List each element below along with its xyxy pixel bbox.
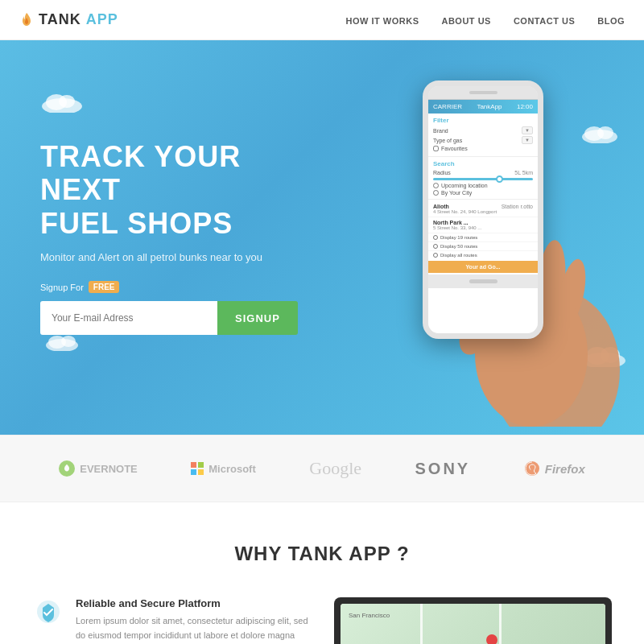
phone-filter-gas: Type of gas ▼ [433, 136, 533, 144]
logo-app: APP [86, 11, 118, 28]
phone-label-gas: Type of gas [433, 138, 462, 143]
feature-reliable-title: Reliable and Secure Platform [76, 597, 310, 609]
firefox-icon [524, 460, 540, 477]
phone-home-bar [469, 279, 497, 283]
phone-screen: CARRIER TankApp 12:00 Filter Brand ▼ Typ… [428, 100, 538, 333]
nav-about-us[interactable]: ABOUT US [441, 16, 490, 26]
signup-label: Signup For FREE [40, 281, 330, 293]
free-badge: FREE [89, 281, 120, 293]
logo[interactable]: TANKAPP [19, 11, 118, 29]
microsoft-icon [191, 462, 204, 475]
why-right: San Francisco Oakland Virginia Hayford [334, 597, 612, 644]
brand-microsoft: Microsoft [191, 462, 256, 475]
why-left: Reliable and Secure Platform Lorem ipsum… [32, 597, 310, 644]
email-input[interactable] [40, 301, 217, 335]
laptop-screen: San Francisco Oakland Virginia Hayford [341, 604, 605, 644]
microsoft-label: Microsoft [208, 463, 256, 475]
ms-cell-yellow [198, 469, 204, 475]
nav-blog[interactable]: BLOG [597, 16, 625, 26]
brand-firefox: Firefox [524, 460, 585, 477]
hero-subtitle: Monitor and Alert on all petrol bunks ne… [40, 251, 330, 263]
phone-app-name: TankApp [477, 103, 502, 110]
svg-point-2 [59, 95, 75, 108]
phone-speaker-bar [428, 86, 538, 100]
svg-point-20 [525, 461, 539, 476]
nav-links: HOW IT WORKS ABOUT US CONTACT US BLOG [346, 13, 625, 27]
phone-radius-value: 5L 5km [514, 170, 533, 175]
phone-city-label: By Your City [441, 190, 472, 196]
phone-location-radio[interactable] [433, 183, 439, 188]
phone-app-header: CARRIER TankApp 12:00 [428, 100, 538, 114]
google-label: Google [309, 458, 361, 479]
phone-result-1-price: Station r.otto [502, 204, 533, 214]
phone-results-list: Alioth 4 Street No. 24, 940 Longport Sta… [428, 200, 538, 275]
phone-radius-label: Radius [433, 170, 451, 175]
nav-how-it-works[interactable]: HOW IT WORKS [346, 16, 419, 26]
phone-result-1-name: Alioth [433, 204, 497, 209]
phone-display-19-radio[interactable] [433, 235, 438, 240]
ms-cell-green [198, 462, 204, 468]
phone-city-row: By Your City [433, 190, 533, 196]
phone-ad-banner: Your ad Go... [428, 261, 538, 273]
phone-radius-row: Radius 5L 5km [433, 170, 533, 175]
phone-filter-title: Filter [433, 117, 533, 124]
feature-reliable: Reliable and Secure Platform Lorem ipsum… [32, 597, 310, 644]
brand-sony: SONY [415, 460, 471, 478]
map-pin [484, 632, 500, 644]
phone-speaker [469, 91, 497, 94]
brands-section: EVERNOTE Microsoft Google SONY Firefox [0, 435, 644, 502]
phone-result-1: Alioth 4 Street No. 24, 940 Longport Sta… [428, 201, 538, 217]
brand-evernote: EVERNOTE [59, 460, 138, 477]
phone-display-50-label: Display 50 routes [440, 244, 477, 249]
phone-frame: CARRIER TankApp 12:00 Filter Brand ▼ Typ… [423, 80, 543, 339]
firefox-label: Firefox [545, 462, 585, 476]
evernote-label: EVERNOTE [80, 463, 138, 475]
phone-display-50-radio[interactable] [433, 244, 438, 249]
phone-filter-section: Filter Brand ▼ Type of gas ▼ Favourites [428, 114, 538, 157]
why-content: Reliable and Secure Platform Lorem ipsum… [32, 597, 612, 644]
cloud-left-top [40, 89, 85, 116]
phone-select-gas: ▼ [522, 136, 533, 144]
phone-display-50: Display 50 routes [428, 242, 538, 251]
phone-home-area [428, 275, 538, 288]
sony-label: SONY [415, 460, 471, 478]
phone-label-fav: Favourites [441, 146, 468, 151]
email-form: SIGNUP [40, 301, 330, 335]
phone-display-all-radio[interactable] [433, 253, 438, 258]
ms-cell-red [191, 462, 196, 468]
phone-filter-fav: Favourites [433, 146, 533, 151]
phone-location-label: Upcoming location [441, 183, 488, 188]
hero-content: TRACK YOUR NEXT FUEL SHOPS Monitor and A… [40, 140, 330, 335]
signup-button[interactable]: SIGNUP [217, 301, 298, 335]
phone-location-row: Upcoming location [433, 183, 533, 188]
phone-filter-brand: Brand ▼ [433, 126, 533, 134]
phone-result-2-addr: 5 Street No. 33, 940 ... [433, 225, 481, 230]
phone-result-2-name: North Park ... [433, 220, 481, 225]
phone-result-2-info: North Park ... 5 Street No. 33, 940 ... [433, 220, 481, 230]
svg-point-5 [61, 336, 76, 347]
logo-tank: TANK [39, 11, 81, 28]
phone-result-1-addr: 4 Street No. 24, 940 Longport [433, 209, 497, 214]
phone-select-brand: ▼ [522, 126, 533, 134]
map-label-1: San Francisco [349, 612, 390, 619]
phone-radius-slider[interactable] [433, 178, 533, 180]
map-road-v2 [499, 604, 502, 644]
phone-slider-thumb [496, 175, 503, 183]
brand-google: Google [309, 458, 361, 479]
phone-city-radio[interactable] [433, 190, 439, 196]
hero-headline: TRACK YOUR NEXT FUEL SHOPS [40, 140, 330, 240]
hero-section: TRACK YOUR NEXT FUEL SHOPS Monitor and A… [0, 40, 644, 435]
why-title: WHY TANK APP ? [32, 543, 612, 565]
ms-cell-blue [191, 469, 196, 475]
phone-mockup-container: CARRIER TankApp 12:00 Filter Brand ▼ Typ… [378, 64, 628, 427]
map-background: San Francisco Oakland Virginia Hayford [341, 604, 605, 644]
feature-reliable-text: Reliable and Secure Platform Lorem ipsum… [76, 597, 310, 644]
laptop-container: San Francisco Oakland Virginia Hayford [334, 597, 612, 644]
phone-label-brand: Brand [433, 128, 448, 134]
feature-reliable-description: Lorem ipsum dolor sit amet, consectetur … [76, 614, 310, 644]
phone-fav-checkbox[interactable] [433, 146, 439, 151]
phone-search-section: Search Radius 5L 5km Upcoming location [428, 157, 538, 200]
phone-result-2: North Park ... 5 Street No. 33, 940 ... [428, 217, 538, 233]
nav-contact-us[interactable]: CONTACT US [514, 16, 575, 26]
why-section: WHY TANK APP ? Reliable and Secure Platf… [0, 502, 644, 644]
